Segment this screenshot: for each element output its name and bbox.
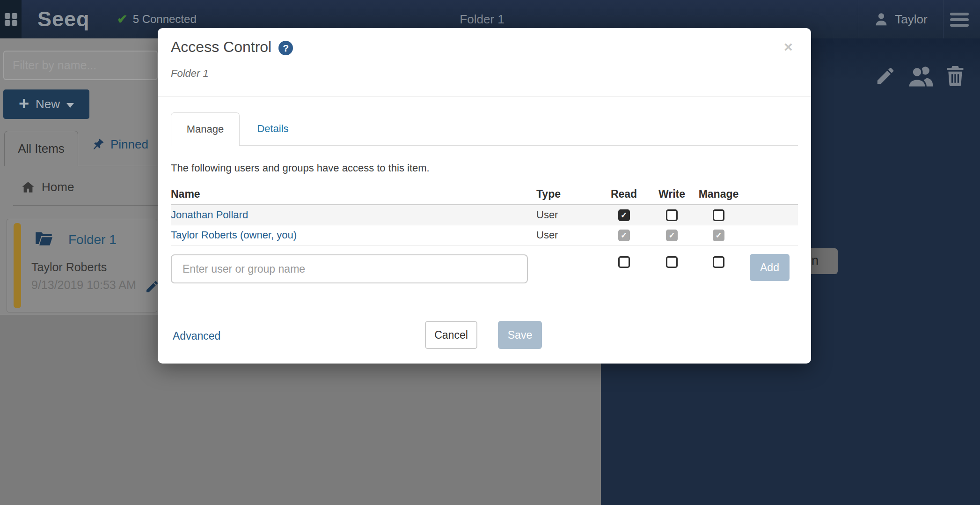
folder-card-title[interactable]: Folder 1 [68, 232, 117, 247]
user-link[interactable]: Jonathan Pollard [171, 209, 248, 221]
advanced-link[interactable]: Advanced [173, 330, 220, 342]
folder-card-accent-bar [14, 223, 21, 308]
user-link[interactable]: Taylor Roberts (owner, you) [171, 229, 297, 241]
tab-manage-label: Manage [187, 123, 224, 135]
read-checkbox[interactable]: ✓ [618, 209, 630, 221]
write-checkbox: ✓ [666, 230, 678, 241]
tab-details-label: Details [257, 123, 288, 135]
save-button[interactable]: Save [498, 321, 542, 349]
header-name: Name [171, 188, 536, 201]
access-table-header: Name Type Read Write Manage [171, 183, 798, 205]
table-row: Jonathan PollardUser✓ [171, 205, 798, 225]
manage-checkbox: ✓ [713, 230, 724, 241]
add-button[interactable]: Add [750, 254, 790, 281]
tab-pinned[interactable]: Pinned [91, 137, 148, 152]
tab-all-items[interactable]: All Items [4, 131, 78, 166]
folder-icon [34, 230, 54, 246]
table-row: Taylor Roberts (owner, you)User✓✓✓ [171, 225, 798, 245]
cut-off-open-button[interactable]: n [811, 248, 838, 274]
breadcrumb-home[interactable]: Home [21, 180, 74, 194]
user-menu[interactable]: Taylor [858, 0, 943, 38]
folder-card[interactable]: Folder 1 Taylor Roberts 9/13/2019 10:53 … [7, 219, 157, 312]
filter-input[interactable] [3, 51, 158, 80]
read-checkbox: ✓ [618, 230, 630, 241]
header-write: Write [650, 188, 694, 201]
access-control-users-icon[interactable] [907, 64, 934, 88]
header-read: Read [598, 188, 650, 201]
user-name-label: Taylor [895, 12, 927, 27]
modal-tabs: Manage Details [171, 112, 798, 146]
folder-card-owner: Taylor Roberts [31, 260, 107, 274]
hamburger-menu-button[interactable] [950, 13, 969, 27]
cut-off-button-text: n [812, 253, 819, 267]
add-manage-checkbox[interactable] [713, 256, 724, 268]
modal-title: Access Control [171, 38, 271, 56]
modal-description: The following users and groups have acce… [171, 162, 430, 174]
chevron-down-icon [66, 103, 74, 108]
page: n Seeq ✔ 5 Connected Folder 1 Taylor + N… [0, 0, 980, 505]
user-type: User [536, 229, 598, 241]
access-table-rows: Jonathan PollardUser✓Taylor Roberts (own… [171, 205, 798, 245]
home-icon [21, 180, 36, 194]
modal-subtitle: Folder 1 [171, 67, 209, 80]
new-button[interactable]: + New [3, 89, 89, 119]
edit-pencil-icon[interactable] [875, 65, 896, 87]
tab-pinned-label: Pinned [110, 137, 148, 152]
navbar-page-title: Folder 1 [0, 12, 964, 27]
header-type: Type [536, 188, 598, 201]
new-button-label: New [36, 97, 60, 111]
add-user-input[interactable] [171, 254, 528, 283]
header-manage: Manage [694, 188, 743, 201]
tab-manage[interactable]: Manage [171, 112, 240, 146]
folder-card-timestamp: 9/13/2019 10:53 AM [31, 278, 136, 292]
pushpin-icon [91, 138, 105, 152]
user-type: User [536, 209, 598, 221]
access-control-modal: × Access Control ? Folder 1 Manage Detai… [158, 28, 811, 364]
access-table: Name Type Read Write Manage Jonathan Pol… [171, 183, 798, 245]
manage-checkbox[interactable] [713, 209, 724, 221]
plus-icon: + [19, 95, 29, 112]
help-icon[interactable]: ? [278, 41, 293, 55]
modal-header-divider [158, 97, 811, 97]
breadcrumb-home-label: Home [42, 180, 74, 194]
modal-tab-underline [240, 145, 798, 146]
tab-all-items-label: All Items [18, 141, 65, 156]
user-avatar-icon [874, 12, 889, 27]
close-icon[interactable]: × [784, 39, 793, 54]
folder-toolbar [875, 64, 965, 88]
trash-icon[interactable] [945, 65, 965, 87]
write-checkbox[interactable] [666, 209, 678, 221]
add-user-row: Add [171, 253, 798, 286]
add-write-checkbox[interactable] [666, 256, 678, 268]
tab-details[interactable]: Details [240, 112, 306, 145]
add-read-checkbox[interactable] [618, 256, 630, 268]
cancel-button[interactable]: Cancel [425, 321, 477, 349]
